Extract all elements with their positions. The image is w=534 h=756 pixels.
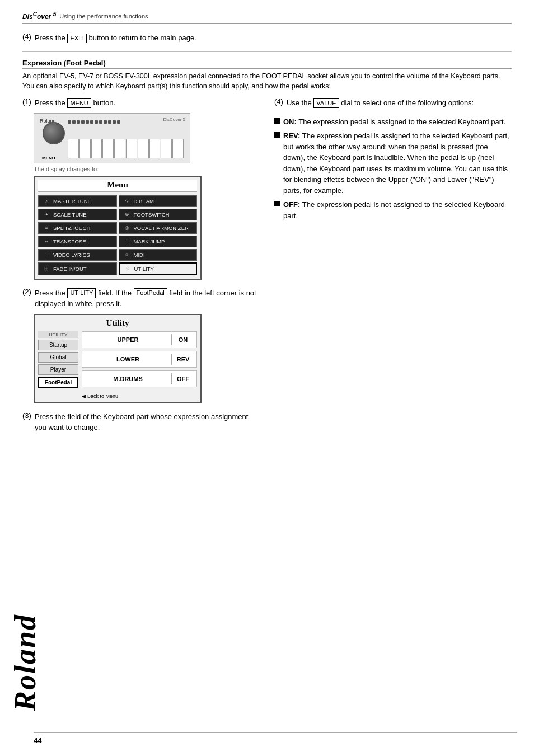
dot bbox=[72, 120, 76, 124]
mdrums-value: OFF bbox=[174, 375, 192, 382]
key bbox=[126, 139, 137, 158]
upper-label: UPPER bbox=[87, 336, 169, 343]
util-row-upper[interactable]: UPPER ON bbox=[82, 331, 197, 348]
util-divider bbox=[171, 373, 172, 384]
utility-sidebar-label: UTILITY bbox=[38, 331, 78, 338]
display-changes-label: The display changes to: bbox=[34, 166, 257, 172]
dot bbox=[99, 120, 102, 124]
dots-row bbox=[68, 120, 184, 125]
utility-main: UPPER ON LOWER REV M.DRUMS bbox=[82, 331, 197, 399]
back-label: Back to Menu bbox=[87, 393, 118, 399]
menu-item-scale-tune[interactable]: ❧ SCALE TUNE bbox=[38, 209, 117, 220]
key bbox=[91, 139, 102, 158]
step-num-4: (4) bbox=[22, 32, 31, 41]
utility-inner: UTILITY Startup Global Player FootPedal … bbox=[38, 331, 197, 399]
menu-display: Menu ♪ MASTER TUNE ∿ D BEAM ❧ SCALE TUNE bbox=[34, 176, 202, 280]
menu-item-fade[interactable]: ⊞ FADE IN/OUT bbox=[38, 262, 117, 275]
bullet-rev bbox=[274, 132, 280, 138]
page-subtitle: Using the performance functions bbox=[59, 13, 148, 20]
midi-label: MIDI bbox=[134, 252, 145, 258]
step-num-4-right: (4) bbox=[274, 97, 283, 106]
mark-jump-label: MARK JUMP bbox=[134, 238, 165, 245]
key bbox=[138, 139, 149, 158]
util-row-lower[interactable]: LOWER REV bbox=[82, 351, 197, 368]
utility-icon: ⚙ bbox=[123, 266, 132, 271]
menu-knob bbox=[43, 122, 65, 144]
dot bbox=[117, 120, 120, 124]
utility-sidebar: UTILITY Startup Global Player FootPedal bbox=[38, 331, 78, 399]
key bbox=[114, 139, 125, 158]
roland-logo: Roland bbox=[8, 614, 43, 711]
d-beam-label: D BEAM bbox=[134, 198, 154, 204]
menu-item-video-lyrics[interactable]: □ VIDEO LYRICS bbox=[38, 249, 117, 261]
menu-item-midi[interactable]: ○ MIDI bbox=[119, 249, 198, 261]
d-beam-icon: ∿ bbox=[123, 198, 132, 204]
dot bbox=[77, 120, 80, 124]
fade-icon: ⊞ bbox=[42, 266, 51, 271]
util-row-mdrums[interactable]: M.DRUMS OFF bbox=[82, 370, 197, 387]
utility-title: Utility bbox=[38, 318, 197, 328]
split-touch-label: SPLIT&TOUCH bbox=[53, 225, 90, 231]
step-text-4: Use the VALUE dial to select one of the … bbox=[287, 97, 474, 109]
step-3: (3) Press the field of the Keyboard part… bbox=[22, 411, 257, 433]
section-intro: An optional EV-5, EV-7 or BOSS FV-300L e… bbox=[22, 71, 512, 92]
utility-label: UTILITY bbox=[134, 266, 154, 272]
step-num-3: (3) bbox=[22, 411, 31, 420]
split-touch-icon: ≡ bbox=[42, 225, 51, 231]
lower-label: LOWER bbox=[87, 356, 169, 363]
option-on-text: ON: The expression pedal is assigned to … bbox=[283, 116, 505, 128]
vocal-label: VOCAL HARMONIZER bbox=[134, 225, 189, 231]
menu-item-master-tune[interactable]: ♪ MASTER TUNE bbox=[38, 195, 117, 207]
util-divider bbox=[171, 334, 172, 345]
dot bbox=[86, 120, 89, 124]
step-text-1: Press the MENU button. bbox=[35, 97, 115, 109]
menu-item-split-touch[interactable]: ≡ SPLIT&TOUCH bbox=[38, 222, 117, 234]
menu-display-title: Menu bbox=[38, 180, 197, 192]
menu-item-vocal-harmonizer[interactable]: ◎ VOCAL HARMONIZER bbox=[119, 222, 198, 234]
back-to-menu[interactable]: ◀ Back to Menu bbox=[82, 393, 197, 399]
upper-value: ON bbox=[174, 336, 192, 343]
master-tune-icon: ♪ bbox=[42, 198, 51, 204]
options-list: ON: The expression pedal is assigned to … bbox=[274, 116, 512, 222]
mdrums-label: M.DRUMS bbox=[87, 375, 169, 382]
key bbox=[68, 139, 79, 158]
menu-key: MENU bbox=[67, 98, 91, 108]
scale-tune-icon: ❧ bbox=[42, 212, 51, 217]
menu-item-transpose[interactable]: ↔ TRANSPOSE bbox=[38, 236, 117, 247]
tab-player[interactable]: Player bbox=[38, 364, 78, 375]
option-off-text: OFF: The expression pedal is not assigne… bbox=[283, 199, 512, 221]
right-column: (4) Use the VALUE dial to select one of … bbox=[274, 97, 512, 441]
step-num-1: (1) bbox=[22, 97, 31, 106]
dot bbox=[108, 120, 111, 124]
fade-label: FADE IN/OUT bbox=[53, 266, 87, 272]
left-column: (1) Press the MENU button. Roland DisCov… bbox=[22, 97, 257, 441]
menu-grid: ♪ MASTER TUNE ∿ D BEAM ❧ SCALE TUNE ⊕ bbox=[38, 195, 197, 275]
step-4-right: (4) Use the VALUE dial to select one of … bbox=[274, 97, 512, 109]
page-header: DisCover 5 Using the performance functio… bbox=[22, 11, 512, 24]
vocal-icon: ◎ bbox=[123, 225, 132, 231]
menu-item-d-beam[interactable]: ∿ D BEAM bbox=[119, 195, 198, 207]
tab-global[interactable]: Global bbox=[38, 352, 78, 363]
option-rev: REV: The expression pedal is assigned to… bbox=[274, 130, 512, 196]
section-title: Expression (Foot Pedal) bbox=[22, 59, 512, 69]
step-1: (1) Press the MENU button. Roland DisCov… bbox=[22, 97, 257, 280]
page-footer: 44 bbox=[34, 732, 517, 745]
step-exit: (4) Press the EXIT button to return to t… bbox=[22, 32, 512, 44]
menu-item-utility[interactable]: ⚙ UTILITY bbox=[119, 262, 198, 275]
footswitch-icon: ⊕ bbox=[123, 212, 132, 217]
option-rev-text: REV: The expression pedal is assigned to… bbox=[283, 130, 512, 196]
back-arrow: ◀ bbox=[82, 393, 86, 399]
video-lyrics-label: VIDEO LYRICS bbox=[53, 252, 90, 258]
dot bbox=[90, 120, 93, 124]
tab-startup[interactable]: Startup bbox=[38, 340, 78, 350]
bullet-off bbox=[274, 201, 280, 206]
scale-tune-label: SCALE TUNE bbox=[53, 212, 86, 218]
dot bbox=[95, 120, 98, 124]
tab-footpedal[interactable]: FootPedal bbox=[38, 377, 78, 388]
footpedal-key: FootPedal bbox=[134, 288, 167, 298]
device-image: Roland DisCover 5 bbox=[34, 113, 190, 163]
menu-item-footswitch[interactable]: ⊕ FOOTSWITCH bbox=[119, 209, 198, 220]
menu-item-mark-jump[interactable]: ∷ MARK JUMP bbox=[119, 236, 198, 247]
step-2: (2) Press the UTILITY field. If the Foot… bbox=[22, 288, 257, 403]
transpose-label: TRANSPOSE bbox=[53, 238, 86, 245]
